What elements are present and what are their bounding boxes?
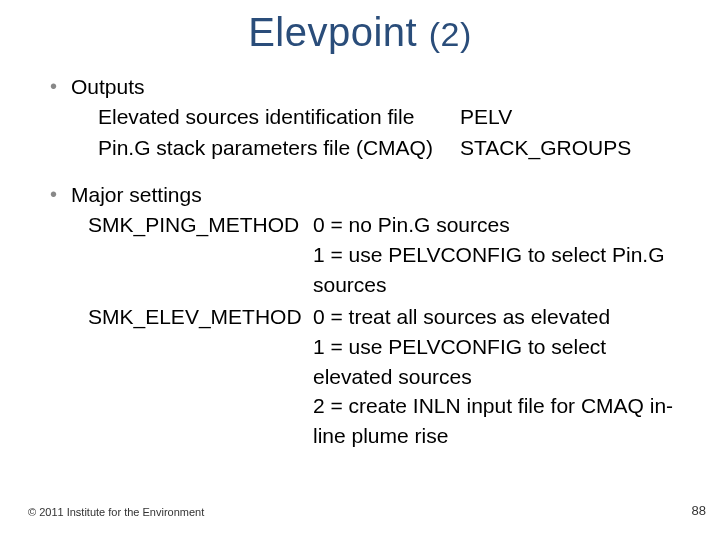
settings-row: SMK_PING_METHOD 0 = no Pin.G sources 1 =… (88, 210, 690, 299)
bullet-icon: • (50, 181, 57, 207)
setting-values: 0 = no Pin.G sources 1 = use PELVCONFIG … (313, 210, 690, 299)
slide-title: Elevpoint (2) (30, 10, 690, 55)
setting-var: SMK_PING_METHOD (88, 210, 313, 240)
settings-label: Major settings (71, 181, 202, 208)
copyright: © 2011 Institute for the Environment (28, 506, 204, 518)
settings-bullet-row: • Major settings (30, 181, 690, 208)
outputs-label: Outputs (71, 73, 145, 100)
outputs-row: Pin.G stack parameters file (CMAQ) STACK… (98, 133, 690, 163)
bullet-icon: • (50, 73, 57, 99)
setting-value: 1 = use PELVCONFIG to select Pin.G sourc… (313, 240, 690, 300)
setting-value: 1 = use PELVCONFIG to select elevated so… (313, 332, 690, 392)
setting-value: 2 = create INLN input file for CMAQ in-l… (313, 391, 690, 451)
page-number: 88 (692, 503, 706, 518)
outputs-table: Elevated sources identification file PEL… (98, 102, 690, 163)
outputs-file: PELV (460, 102, 690, 132)
setting-var: SMK_ELEV_METHOD (88, 302, 313, 332)
setting-value: 0 = no Pin.G sources (313, 210, 690, 240)
outputs-section: • Outputs Elevated sources identificatio… (30, 73, 690, 163)
outputs-row: Elevated sources identification file PEL… (98, 102, 690, 132)
outputs-file: STACK_GROUPS (460, 133, 690, 163)
settings-table: SMK_PING_METHOD 0 = no Pin.G sources 1 =… (88, 210, 690, 451)
title-paren: (2) (429, 15, 472, 53)
outputs-desc: Elevated sources identification file (98, 102, 460, 132)
setting-values: 0 = treat all sources as elevated 1 = us… (313, 302, 690, 451)
title-main: Elevpoint (248, 10, 429, 54)
outputs-bullet-row: • Outputs (30, 73, 690, 100)
settings-row: SMK_ELEV_METHOD 0 = treat all sources as… (88, 302, 690, 451)
setting-value: 0 = treat all sources as elevated (313, 302, 690, 332)
outputs-desc: Pin.G stack parameters file (CMAQ) (98, 133, 460, 163)
settings-section: • Major settings SMK_PING_METHOD 0 = no … (30, 181, 690, 451)
